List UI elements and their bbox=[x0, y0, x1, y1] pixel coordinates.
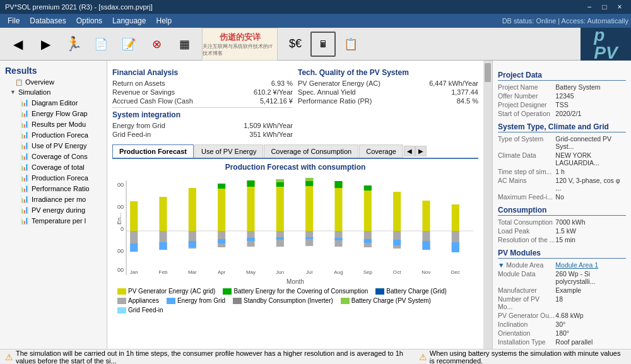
chart-tabs: Production Forecast Use of PV Energy Cov… bbox=[112, 144, 478, 159]
svg-text:En...: En... bbox=[117, 213, 122, 225]
minimize-button[interactable]: − bbox=[583, 2, 596, 12]
tab-production-forecast[interactable]: Production Forecast bbox=[112, 144, 194, 158]
back-button[interactable]: ◀ bbox=[5, 32, 30, 57]
legend-battery-covering-color bbox=[223, 288, 232, 295]
inclination-row: Inclination 30° bbox=[498, 320, 626, 328]
irradiance-icon: 📊 bbox=[20, 195, 29, 203]
legend-appliances-label: Appliances bbox=[128, 297, 159, 304]
tech-quality: Tech. Quality of the PV System PV Genera… bbox=[298, 66, 478, 139]
sidebar-item-production-forecast[interactable]: 📊 Production Foreca bbox=[0, 129, 107, 140]
spec-yield-value: 1,377.44 bbox=[451, 88, 478, 96]
pv-output-value: 4.68 kWp bbox=[555, 312, 626, 319]
sidebar-item-coverage-total[interactable]: 📊 Coverage of total bbox=[0, 161, 107, 172]
sidebar-item-overview[interactable]: 📋 Overview bbox=[0, 77, 107, 87]
time-step-row: Time step of sim... 1 h bbox=[498, 168, 626, 175]
project-designer-label: Project Designer bbox=[498, 101, 555, 109]
energy-flow-icon: 📊 bbox=[20, 109, 29, 117]
climate-data-row: Climate Data NEW YORK LAGUARDIA... bbox=[498, 151, 626, 167]
new-button[interactable]: 📄 bbox=[88, 32, 114, 57]
grid-button[interactable]: ▦ bbox=[172, 32, 197, 57]
edit-button[interactable]: 📝 bbox=[116, 32, 141, 57]
legend-battery-pv-color bbox=[341, 298, 350, 304]
grid-feed-in-label: Grid Feed-in bbox=[112, 131, 151, 138]
sidebar-item-production-forecast2[interactable]: 📊 Production Foreca bbox=[0, 172, 107, 183]
forward-button[interactable]: ▶ bbox=[33, 32, 58, 57]
svg-text:Dec: Dec bbox=[451, 269, 460, 275]
legend-battery-covering-label: Battery Energy for the Covering of Consu… bbox=[233, 288, 368, 295]
scroll-thumb[interactable] bbox=[485, 63, 491, 82]
ac-mains-value: 120 V, 3-phase, cos φ ... bbox=[555, 177, 626, 192]
pv-output-row: PV Generator Ou... 4.68 kWp bbox=[498, 312, 626, 319]
svg-rect-26 bbox=[276, 179, 284, 182]
window-controls[interactable]: − □ × bbox=[583, 2, 626, 12]
time-step-value: 1 h bbox=[555, 168, 626, 175]
svg-text:Oct: Oct bbox=[393, 269, 401, 275]
tab-scroll-right[interactable]: ▶ bbox=[415, 146, 427, 156]
project-designer-row: Project Designer TSS bbox=[498, 101, 626, 109]
menu-options[interactable]: Options bbox=[71, 15, 107, 26]
manufacturer-value: Example bbox=[555, 286, 626, 294]
legend-battery-charge-grid-color bbox=[375, 288, 384, 295]
tab-coverage[interactable]: Coverage bbox=[359, 144, 403, 158]
svg-text:1000: 1000 bbox=[117, 182, 124, 188]
warning-2: ⚠ When using battery systems the simulat… bbox=[419, 349, 626, 365]
cash-flow-label: Accrued Cash Flow (Cash bbox=[112, 97, 193, 105]
tab-coverage-consumption[interactable]: Coverage of Consumption bbox=[264, 144, 358, 158]
currency-button[interactable]: $€ bbox=[283, 32, 308, 57]
menu-file[interactable]: File bbox=[3, 15, 25, 26]
orientation-row: Orientation 180° bbox=[498, 329, 626, 337]
max-feed-value: No bbox=[555, 193, 626, 201]
production-forecast2-icon: 📊 bbox=[20, 173, 29, 182]
tab-scroll-left[interactable]: ◀ bbox=[404, 146, 415, 156]
svg-rect-13 bbox=[189, 188, 196, 231]
type-of-system-row: Type of System Grid-connected PV Syst... bbox=[498, 135, 626, 150]
sidebar-item-pv-energy[interactable]: 📊 PV energy during bbox=[0, 204, 107, 215]
legend-appliances-color bbox=[117, 298, 126, 304]
manufacturer-label: Manufacturer bbox=[498, 286, 555, 294]
sidebar-item-coverage-cons[interactable]: 📊 Coverage of Cons bbox=[0, 151, 107, 161]
sidebar-item-energy-flow[interactable]: 📊 Energy Flow Grap bbox=[0, 108, 107, 119]
svg-rect-38 bbox=[364, 185, 372, 231]
total-consumption-label: Total Consumption bbox=[498, 218, 555, 226]
maximize-button[interactable]: □ bbox=[598, 2, 611, 12]
menu-language[interactable]: Language bbox=[107, 15, 151, 26]
svg-rect-33 bbox=[305, 237, 313, 239]
total-consumption-row: Total Consumption 7000 kWh bbox=[498, 218, 626, 226]
diagram-icon: 📊 bbox=[20, 98, 29, 107]
main-scrollbar[interactable] bbox=[483, 61, 492, 349]
chart-svg: 1000 500 0 -500 -1000 bbox=[117, 174, 473, 275]
sidebar-item-irradiance[interactable]: 📊 Irradiance per mo bbox=[0, 194, 107, 204]
module-data-value: 260 Wp - Si polycrystalli... bbox=[555, 270, 626, 285]
legend-energy-grid-label: Energy from Grid bbox=[177, 297, 225, 304]
expand-module-icon[interactable]: ▼ bbox=[498, 261, 504, 269]
legend-energy-from-grid: Energy from Grid bbox=[167, 297, 225, 304]
module-area-value[interactable]: Module Area 1 bbox=[555, 261, 626, 269]
performance-ratio-row: Performance Ratio (PR) 84.5 % bbox=[298, 97, 478, 105]
report-button[interactable]: 📋 bbox=[338, 32, 363, 57]
legend-grid-feed-in: Grid Feed-in bbox=[117, 307, 163, 314]
run-button[interactable]: 🏃 bbox=[61, 32, 86, 57]
svg-text:Mar: Mar bbox=[188, 269, 197, 275]
right-panel: Project Data Project Name Battery System… bbox=[492, 61, 631, 349]
sidebar-item-performance-ratio[interactable]: 📊 Performance Ratio bbox=[0, 183, 107, 194]
menu-help[interactable]: Help bbox=[151, 15, 177, 26]
energy-from-grid-row: Energy from Grid 1,509 kWh/Year bbox=[112, 122, 293, 129]
sidebar-item-simulation[interactable]: ▼ Simulation bbox=[0, 87, 107, 97]
legend-pv-label: PV Generator Energy (AC grid) bbox=[128, 288, 215, 295]
max-feed-label: Maximum Feed-i... bbox=[498, 193, 555, 201]
brand-banner[interactable]: 伤逝的安详 关注互联网与系统软件技术的IT技术博客 bbox=[202, 28, 278, 61]
warning-2-icon: ⚠ bbox=[419, 352, 427, 362]
calc-button[interactable]: 🖩 bbox=[310, 32, 336, 57]
menu-databases[interactable]: Databases bbox=[25, 15, 71, 26]
cancel-button[interactable]: ⊗ bbox=[144, 32, 169, 57]
sidebar-item-use-pv[interactable]: 📊 Use of PV Energy bbox=[0, 140, 107, 151]
svg-rect-31 bbox=[305, 178, 313, 181]
sidebar-item-temperature[interactable]: 📊 Temperature per l bbox=[0, 215, 107, 226]
ac-mains-label: AC Mains bbox=[498, 177, 555, 192]
sidebar-item-results-module[interactable]: 📊 Results per Modu bbox=[0, 119, 107, 129]
legend-standby-color bbox=[233, 298, 242, 304]
close-button[interactable]: × bbox=[613, 2, 626, 12]
tab-use-pv-energy[interactable]: Use of PV Energy bbox=[194, 144, 263, 158]
svg-rect-47 bbox=[422, 241, 430, 250]
sidebar-item-diagram-editor[interactable]: 📊 Diagram Editor bbox=[0, 97, 107, 108]
